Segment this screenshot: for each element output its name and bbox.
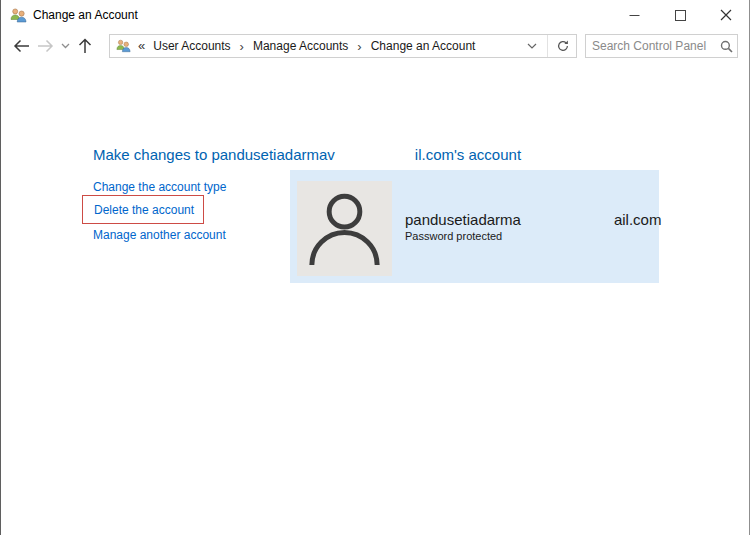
window-title: Change an Account xyxy=(33,8,138,22)
maximize-icon xyxy=(675,10,686,21)
manage-another-account-link[interactable]: Manage another account xyxy=(93,228,226,242)
back-button[interactable] xyxy=(9,34,33,58)
change-account-window: Change an Account xyxy=(0,0,750,535)
chevron-down-icon xyxy=(61,43,70,49)
content-area: Make changes to pandusetiadarmavil.com's… xyxy=(1,62,749,535)
page-title-part2: il.com's account xyxy=(415,146,521,163)
recent-pages-button[interactable] xyxy=(57,34,73,58)
forward-arrow-icon xyxy=(37,39,54,53)
redacted-gap xyxy=(521,224,614,225)
back-arrow-icon xyxy=(13,39,30,53)
breadcrumb-item-user-accounts[interactable]: User Accounts xyxy=(151,39,232,53)
maximize-button[interactable] xyxy=(657,0,703,30)
close-icon xyxy=(720,9,732,21)
chevron-down-icon xyxy=(527,43,537,49)
refresh-icon xyxy=(556,39,570,53)
navigation-toolbar: « User Accounts › Manage Accounts › Chan… xyxy=(1,30,749,62)
avatar xyxy=(297,181,392,276)
magnifier-icon xyxy=(720,40,733,53)
forward-button[interactable] xyxy=(33,34,57,58)
account-name: pandusetiadarmaail.com xyxy=(405,211,661,228)
account-tile: pandusetiadarmaail.com Password protecte… xyxy=(290,170,659,283)
password-protected-label: Password protected xyxy=(405,230,661,242)
minimize-button[interactable] xyxy=(611,0,657,30)
breadcrumb-overflow-chevrons[interactable]: « xyxy=(138,38,145,53)
up-button[interactable] xyxy=(73,34,97,58)
minimize-icon xyxy=(629,10,640,21)
breadcrumb-separator[interactable]: › xyxy=(240,39,244,54)
account-name-part1: pandusetiadarma xyxy=(405,211,521,228)
address-bar-separator xyxy=(547,35,548,57)
address-dropdown-button[interactable] xyxy=(521,35,543,57)
page-title: Make changes to pandusetiadarmavil.com's… xyxy=(93,146,521,163)
delete-account-link[interactable]: Delete the account xyxy=(94,203,194,217)
account-info: pandusetiadarmaail.com Password protecte… xyxy=(405,211,661,283)
close-button[interactable] xyxy=(703,0,749,30)
breadcrumb-item-change-an-account[interactable]: Change an Account xyxy=(369,39,478,53)
search-input[interactable] xyxy=(592,39,718,53)
breadcrumb-item-manage-accounts[interactable]: Manage Accounts xyxy=(251,39,350,53)
search-box[interactable] xyxy=(585,34,738,58)
refresh-button[interactable] xyxy=(552,35,574,57)
up-arrow-icon xyxy=(78,38,92,54)
address-bar[interactable]: « User Accounts › Manage Accounts › Chan… xyxy=(109,34,577,58)
red-highlight-annotation: Delete the account xyxy=(82,195,204,224)
page-title-part1: Make changes to pandusetiadarmav xyxy=(93,146,335,163)
account-name-part2: ail.com xyxy=(614,211,662,228)
person-silhouette-icon xyxy=(297,181,392,276)
user-accounts-icon xyxy=(116,39,131,53)
title-bar[interactable]: Change an Account xyxy=(1,0,749,30)
breadcrumb-separator[interactable]: › xyxy=(357,39,361,54)
user-accounts-icon xyxy=(10,8,27,23)
change-account-type-link[interactable]: Change the account type xyxy=(93,180,226,194)
redacted-gap xyxy=(335,159,415,160)
